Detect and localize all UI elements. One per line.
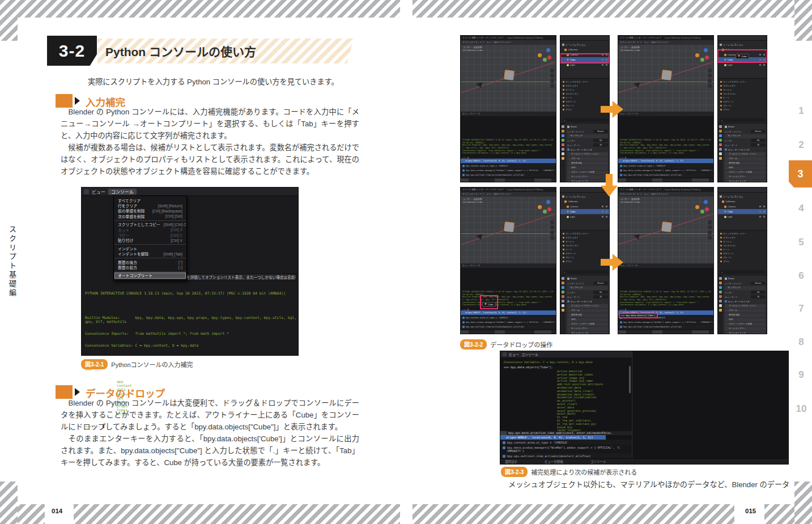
collection-icon xyxy=(564,49,567,51)
camera-icon xyxy=(567,206,569,208)
outliner-header xyxy=(718,36,767,41)
scene-props-icon xyxy=(562,143,564,146)
data-row: パレット xyxy=(718,255,767,259)
checkbox-icon xyxy=(462,165,465,167)
render-icon xyxy=(606,211,607,212)
console-banner-text: PYTHON INTERACTIVE CONSOLE 3.10.13 (main… xyxy=(620,139,712,155)
collapsed-section: SSS xyxy=(567,166,608,170)
edge-stripe-corner-right-bottom xyxy=(794,482,812,524)
cube-object xyxy=(661,70,672,80)
outliner-header xyxy=(560,36,609,41)
mesh-icon xyxy=(567,211,569,213)
axis-y-line xyxy=(461,82,556,82)
zoom-icon xyxy=(550,69,554,73)
outliner-row-light: Light xyxy=(718,214,767,219)
section-number: 3-2 xyxy=(59,41,85,61)
section-title: Python コンソールの使い方 xyxy=(105,42,256,59)
collapsed-section: スクリーンスペース反射 xyxy=(725,322,766,326)
console-header-bar: ビュー コンソール xyxy=(500,351,632,357)
collapsed-section: スクリーンスペース反射 xyxy=(725,171,766,174)
modifier-props-icon xyxy=(562,157,564,160)
python-console: PYTHON INTERACTIVE CONSOLE 3.10.13 (main… xyxy=(461,268,556,330)
move-icon xyxy=(550,225,554,229)
light-icon xyxy=(724,216,726,218)
outliner-header xyxy=(560,188,609,193)
collapsed-section: 被写界深度 xyxy=(567,161,608,165)
console-cut-line: bpy.ops.mesh.primitive_cube_add(size=2, … xyxy=(500,431,632,435)
figure-datadrop-screenshots: ファイル 編集 レンダー ウィンドウ ヘルプLayout Modeling Sc… xyxy=(460,35,769,335)
report-line: bpy.data.window_managers["WinMan"].addon… xyxy=(618,168,713,173)
collapsed-section: ボリュメトリック xyxy=(567,331,608,334)
console-header: ビュー コンソール xyxy=(618,112,713,116)
checkbox-icon xyxy=(620,165,622,167)
axis-z-handle xyxy=(704,200,708,204)
data-icon xyxy=(563,85,564,87)
viewport-side-tools xyxy=(708,220,712,240)
collapsed-section: ボリュメトリック xyxy=(567,180,608,182)
heading-marker-square xyxy=(56,94,73,108)
render-engine-row: レンダーエンジンEevee xyxy=(567,129,608,134)
toggle-icon xyxy=(550,236,554,240)
camera-object xyxy=(633,81,640,88)
checkbox-icon xyxy=(567,300,569,303)
collection-icon xyxy=(720,195,722,198)
camera-object xyxy=(475,81,482,88)
tool-icon xyxy=(719,277,722,280)
data-row: スクリーン xyxy=(718,100,767,104)
viewport-toolbar: オブジェクトモード ∨ ビュー 追加 オブジェクト xyxy=(461,40,556,45)
data-icon xyxy=(720,241,722,242)
python-console: PYTHON INTERACTIVE CONSOLE 3.10.13 (main… xyxy=(461,116,556,178)
camera-view-icon xyxy=(708,79,712,83)
checkbox-icon xyxy=(725,300,727,303)
checkbox-icon xyxy=(462,321,465,323)
paragraph-drop-2: そのままエンターキーを入力すると、「bpy.data.objects['Cube… xyxy=(61,433,359,468)
menu-separator xyxy=(114,220,186,221)
search-field: ⌕ xyxy=(718,269,767,275)
outliner-row-collection: Collection xyxy=(718,199,767,204)
heading-marker-triangle-icon xyxy=(75,97,80,105)
mesh-icon xyxy=(484,303,487,305)
data-icon xyxy=(563,237,564,238)
properties-body: Scene レンダーエンジンEevee サンプリング レンダー64 ビューポート… xyxy=(723,275,767,334)
axis-handle xyxy=(538,53,542,57)
menu-separator xyxy=(114,258,186,258)
search-field: ⌕ xyxy=(718,117,767,123)
heading-marker-square xyxy=(56,385,73,399)
blender-window-screenshot: ファイル 編集 レンダー ウィンドウ ヘルプLayout Modeling Sc… xyxy=(460,35,610,182)
output-props-icon xyxy=(719,134,722,137)
data-icon xyxy=(720,249,722,250)
blender-main-area: ファイル 編集 レンダー ウィンドウ ヘルプLayout Modeling Sc… xyxy=(618,35,714,182)
paragraph-completion-1: Blender の Python コンソールには、入力補完機能があります。コード… xyxy=(61,106,359,142)
outliner-row-light: Light xyxy=(560,214,609,219)
checkbox-icon xyxy=(620,326,622,328)
checkbox-icon xyxy=(620,169,622,172)
outliner-row-scene-collection: シーンコレクション xyxy=(718,42,767,47)
data-icon xyxy=(563,261,564,262)
data-icon xyxy=(720,245,722,246)
tool-icon xyxy=(562,125,564,128)
data-icon xyxy=(720,253,722,254)
data-row: シーン xyxy=(560,96,609,100)
axis-handle xyxy=(538,205,542,209)
chapter-number-5: 5 xyxy=(793,237,810,248)
checkbox-icon xyxy=(462,174,465,176)
data-icon xyxy=(563,233,564,235)
scene-row: Scene xyxy=(567,125,608,129)
axis-y-line xyxy=(461,233,556,234)
blender-window-screenshot: ファイル 編集 レンダー ウィンドウ ヘルプLayout Modeling Sc… xyxy=(460,187,610,334)
move-icon xyxy=(708,74,712,78)
console-banner-text: PYTHON INTERACTIVE CONSOLE 3.10.13 (main… xyxy=(462,139,554,155)
properties-body: Scene レンダーエンジンEevee サンプリング レンダー64 ビューポート… xyxy=(723,123,767,182)
collapsed-section: ブルーム xyxy=(567,157,608,161)
toggle-icon xyxy=(550,84,554,88)
outliner-header xyxy=(718,188,767,193)
menu-item-clear-all: すべてクリア xyxy=(114,198,186,203)
workspace-tabs: Layout Modeling Sculpting UV Editing xyxy=(507,189,543,191)
chapter-number-9: 9 xyxy=(793,369,810,381)
axis-x-handle xyxy=(705,207,709,211)
properties-panel: Scene レンダーエンジンEevee サンプリング レンダー64 ビューポート… xyxy=(718,123,767,182)
sampling-section-header: サンプリング xyxy=(567,134,608,138)
world-props-icon xyxy=(562,148,564,151)
checkbox-icon xyxy=(503,441,505,444)
data-row: ウィンドウマネージャー xyxy=(560,232,609,236)
